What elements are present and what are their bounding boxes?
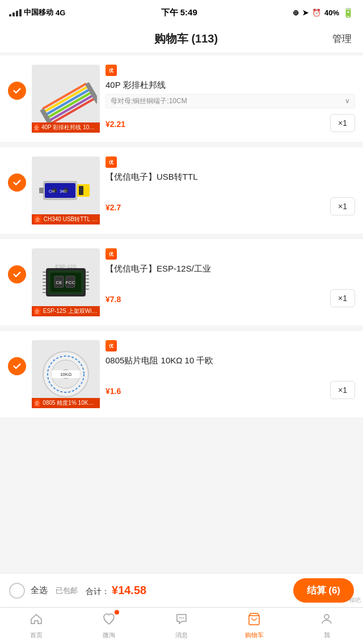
item-price-1: ¥2.21 [105, 116, 125, 130]
svg-rect-36 [86, 289, 89, 290]
item-info-3: 优 【优信电子】ESP-12S/工业 ¥7.8 ×1 [105, 248, 355, 307]
svg-rect-24 [43, 272, 46, 273]
item-bottom-1: ¥2.21 ×1 [105, 114, 355, 132]
battery-icon: 🔋 [343, 7, 354, 18]
svg-rect-32 [86, 275, 89, 276]
alarm-icon: ⏰ [312, 9, 321, 17]
item-badge-2: 企 CH340 USB转TTL 迷你 [32, 214, 100, 224]
item-name-1[interactable]: 40P 彩排杜邦线 [105, 79, 355, 91]
location-icon: ⊕ [293, 9, 299, 17]
tab-weimei[interactable]: 微淘 [73, 612, 145, 639]
tab-messages[interactable]: 消息 [145, 612, 218, 639]
item-info-1: 优 40P 彩排杜邦线 母对母;铜丝铜端子;10CM ∨ ¥2.21 ×1 [105, 65, 355, 132]
svg-text:340: 340 [60, 189, 66, 193]
shop-logo-1: 优 [105, 65, 355, 76]
item-qty-1[interactable]: ×1 [330, 114, 355, 132]
shop-logo-4: 优 [105, 340, 355, 351]
tab-cart[interactable]: 购物车 [218, 612, 290, 639]
item-bottom-4: ¥1.6 ×1 [105, 381, 355, 399]
svg-rect-14 [39, 188, 44, 193]
shop-logo-img-1: 优 [105, 65, 117, 76]
tab-profile[interactable]: 我 [290, 612, 363, 639]
page-header: 购物车 (113) 管理 [0, 25, 363, 53]
shop-logo-img-4: 优 [105, 340, 117, 351]
chevron-down-icon: ∨ [345, 97, 350, 105]
total-price: ¥14.58 [112, 584, 146, 597]
item-qty-3[interactable]: ×1 [330, 289, 355, 307]
signal-icon [9, 9, 22, 16]
item-qty-4[interactable]: ×1 [330, 381, 355, 399]
svg-text:CH: CH [49, 189, 54, 193]
svg-rect-30 [43, 292, 46, 293]
status-right: ⊕ ➤ ⏰ 40% 🔋 [293, 7, 354, 18]
item-badge-text-4: 0805 精度1% 10KΩ (1002) [43, 399, 98, 407]
item-bottom-3: ¥7.8 ×1 [105, 289, 355, 307]
tab-home[interactable]: 首页 [0, 612, 73, 639]
svg-rect-25 [43, 275, 46, 276]
shop-badge-icon-4: 企 [34, 399, 40, 407]
profile-icon [320, 612, 334, 629]
status-time: 下午 5:49 [161, 7, 197, 18]
cart-list: 企 40P 彩排杜邦线 10CM/21CM/30CM/40CM 端子：全铜 优 … [0, 53, 363, 502]
item-price-2: ¥2.7 [105, 199, 121, 214]
shipping-info: 已包邮 [56, 586, 78, 596]
tab-bar: 首页 微淘 消息 购物车 [0, 607, 363, 644]
shop-logo-2: 优 [105, 156, 355, 168]
svg-rect-28 [43, 285, 46, 286]
item-name-2[interactable]: 【优信电子】USB转TTL [105, 171, 355, 183]
weimei-badge [115, 610, 119, 615]
tab-home-label: 首页 [30, 631, 43, 639]
item-badge-4: 企 0805 精度1% 10KΩ (1002) [32, 398, 100, 408]
watermark: 模吧 [349, 596, 361, 604]
shop-logo-img-3: 优 [105, 248, 117, 260]
svg-point-44 [179, 617, 180, 618]
item-name-4[interactable]: 0805贴片电阻 10KΩ 10 千欧 [105, 355, 355, 366]
svg-rect-29 [43, 289, 46, 290]
svg-rect-35 [86, 285, 89, 286]
item-qty-2[interactable]: ×1 [330, 197, 355, 215]
shop-badge-icon-3: 企 [34, 307, 41, 315]
item-price-3: ¥7.8 [105, 291, 121, 306]
cart-item: 10KΩ 企 0805 精度1% 10KΩ (1002) 优 0805贴片电阻 … [0, 331, 363, 417]
item-checkbox-1[interactable] [8, 82, 26, 100]
shop-logo-3: 优 [105, 248, 355, 260]
item-image-wrap-4: 10KΩ 企 0805 精度1% 10KΩ (1002) [32, 340, 100, 408]
item-image-wrap-2: CH 340 企 CH340 USB转TTL 迷你 [32, 156, 100, 224]
message-icon [175, 612, 188, 629]
shop-badge-icon-2: 企 [34, 215, 41, 223]
tab-cart-label: 购物车 [245, 631, 264, 639]
shop-badge-icon-1: 企 [34, 124, 39, 132]
status-bar: 中国移动 4G 下午 5:49 ⊕ ➤ ⏰ 40% 🔋 [0, 0, 363, 25]
svg-text:CE: CE [56, 280, 62, 285]
item-checkbox-4[interactable] [8, 357, 26, 375]
item-badge-1: 企 40P 彩排杜邦线 10CM/21CM/30CM/40CM 端子：全铜 [32, 122, 100, 133]
weimei-icon [102, 612, 116, 629]
svg-rect-26 [43, 278, 46, 279]
svg-rect-27 [43, 282, 46, 283]
svg-text:FCC: FCC [66, 280, 75, 285]
svg-point-46 [183, 617, 184, 618]
manage-button[interactable]: 管理 [332, 32, 352, 45]
svg-point-45 [181, 617, 182, 618]
item-info-4: 优 0805贴片电阻 10KΩ 10 千欧 ¥1.6 ×1 [105, 340, 355, 399]
item-image-wrap-3: CE FCC ESP-12S [32, 248, 100, 316]
item-name-3[interactable]: 【优信电子】ESP-12S/工业 [105, 263, 355, 274]
select-all-checkbox[interactable] [9, 583, 25, 599]
item-badge-text-2: CH340 USB转TTL 迷你 [44, 215, 98, 223]
cart-item: CH 340 企 CH340 USB转TTL 迷你 优 【优信电子】USB转TT… [0, 147, 363, 234]
item-badge-text-1: 40P 彩排杜邦线 10CM/21CM/30CM/40CM 端子：全铜 [41, 124, 98, 132]
total-label: 合计： [86, 587, 109, 597]
item-variant-1[interactable]: 母对母;铜丝铜端子;10CM ∨ [105, 94, 355, 108]
svg-rect-34 [86, 282, 89, 283]
battery-label: 40% [324, 9, 339, 17]
checkout-button[interactable]: 结算 (6) [293, 578, 354, 603]
svg-text:ESP-12S: ESP-12S [55, 264, 76, 269]
item-image-wrap-1: 企 40P 彩排杜邦线 10CM/21CM/30CM/40CM 端子：全铜 [32, 65, 100, 133]
select-all-label: 全选 [31, 585, 48, 596]
bottom-action-bar: 全选 已包邮 合计： ¥14.58 结算 (6) [0, 573, 363, 607]
svg-rect-31 [86, 272, 89, 273]
item-checkbox-3[interactable] [8, 265, 26, 283]
svg-point-47 [324, 615, 329, 619]
direction-icon: ➤ [302, 9, 309, 17]
item-checkbox-2[interactable] [8, 173, 26, 192]
